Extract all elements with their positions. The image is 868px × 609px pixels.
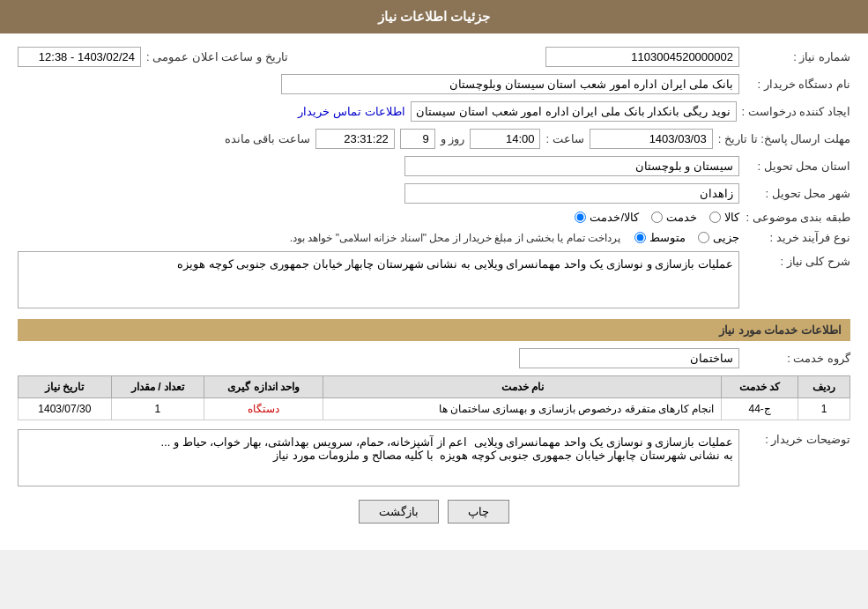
page-header: جزئیات اطلاعات نیاز — [0, 0, 868, 33]
input-mohlat-date[interactable] — [590, 129, 713, 149]
radio-khedmat: خدمت — [651, 211, 697, 224]
td-name: انجام کارهای متفرقه درخصوص بازسازی و بهس… — [323, 398, 722, 420]
label-goroh: گروه خدمت : — [745, 352, 850, 365]
radio-kala-khedmat-input[interactable] — [575, 212, 586, 223]
radio-kala-input[interactable] — [709, 212, 721, 223]
row-nam-dastgah: نام دستگاه خریدار : — [18, 74, 850, 94]
label-tozihat: توضیحات خریدار : — [745, 429, 850, 446]
header-title: جزئیات اطلاعات نیاز — [378, 9, 490, 24]
label-tabaqe: طبقه بندی موضوعی : — [745, 211, 850, 224]
row-ostan: استان محل تحویل : — [18, 156, 850, 176]
radio-motavasset-input[interactable] — [634, 232, 646, 243]
th-name: نام خدمت — [323, 376, 722, 398]
farayand-notice: پرداخت تمام یا بخشی از مبلغ خریدار از مح… — [290, 232, 620, 244]
td-kod: ج-44 — [722, 398, 798, 420]
row-goroh: گروه خدمت : — [18, 348, 850, 368]
th-radif: ردیف — [798, 376, 850, 398]
print-button[interactable]: چاپ — [448, 500, 509, 524]
radio-khedmat-label: خدمت — [666, 211, 697, 224]
page-wrapper: جزئیات اطلاعات نیاز شماره نیاز : تاریخ و… — [0, 0, 868, 550]
textarea-sharh[interactable] — [18, 251, 739, 308]
th-tedad: تعداد / مقدار — [111, 376, 204, 398]
td-tedad: 1 — [111, 398, 204, 420]
label-ostan: استان محل تحویل : — [745, 160, 850, 173]
row-farayand: نوع فرآیند خرید : جزیی متوسط پرداخت تمام… — [18, 231, 850, 244]
table-header-row: ردیف کد خدمت نام خدمت واحد اندازه گیری ت… — [19, 376, 850, 398]
label-shahr: شهر محل تحویل : — [745, 187, 850, 200]
radio-motavasset-label: متوسط — [649, 231, 686, 244]
input-ijad[interactable] — [411, 101, 737, 122]
row-mohlat: مهلت ارسال پاسخ: تا تاریخ : ساعت : روز و… — [18, 129, 850, 149]
radio-tabaqe: کالا خدمت کالا/خدمت — [575, 211, 739, 224]
input-tarikh-elam[interactable] — [18, 47, 141, 67]
radio-jozi-input[interactable] — [698, 232, 709, 243]
radio-motavasset: متوسط — [634, 231, 686, 244]
row-tabaqe: طبقه بندی موضوعی : کالا خدمت کالا/خدمت — [18, 211, 850, 224]
label-tarikh-elam: تاریخ و ساعت اعلان عمومی : — [146, 50, 288, 63]
row-shahr: شهر محل تحویل : — [18, 183, 850, 204]
contact-link[interactable]: اطلاعات تماس خریدار — [298, 105, 404, 118]
label-nam-dastgah: نام دستگاه خریدار : — [745, 78, 850, 91]
services-table: ردیف کد خدمت نام خدمت واحد اندازه گیری ت… — [18, 375, 850, 420]
label-sharh: شرح کلی نیاز : — [745, 251, 850, 268]
label-ijad: ایجاد کننده درخواست : — [742, 105, 850, 118]
radio-kala-khedmat: کالا/خدمت — [575, 211, 639, 224]
radio-jozi: جزیی — [698, 231, 739, 244]
table-row: 1 ج-44 انجام کارهای متفرقه درخصوص بازساز… — [19, 398, 850, 420]
radio-farayand: جزیی متوسط — [634, 231, 739, 244]
radio-khedmat-input[interactable] — [651, 212, 663, 223]
input-goroh[interactable] — [519, 348, 739, 368]
input-nam-dastgah[interactable] — [281, 74, 739, 94]
label-remaining: ساعت باقی مانده — [225, 132, 310, 145]
input-remaining[interactable] — [315, 129, 395, 149]
input-shahr[interactable] — [404, 183, 739, 204]
radio-kala-label: کالا — [724, 211, 739, 224]
section-khadamat: اطلاعات خدمات مورد نیاز — [18, 319, 850, 341]
textarea-tozihat[interactable] — [18, 429, 739, 486]
radio-kala-khedmat-label: کالا/خدمت — [590, 211, 639, 224]
radio-jozi-label: جزیی — [713, 231, 739, 244]
th-kod: کد خدمت — [722, 376, 798, 398]
th-vahed: واحد اندازه گیری — [204, 376, 323, 398]
input-days[interactable] — [400, 129, 435, 149]
main-content: شماره نیاز : تاریخ و ساعت اعلان عمومی : … — [0, 33, 868, 550]
label-shomara: شماره نیاز : — [745, 50, 850, 63]
input-mohlat-time[interactable] — [470, 129, 540, 149]
label-mohlat-time: ساعت : — [545, 132, 583, 145]
input-shomara[interactable] — [545, 47, 739, 67]
th-tarikh: تاریخ نیاز — [19, 376, 112, 398]
row-tozihat: توضیحات خریدار : — [18, 429, 850, 486]
row-shomara: شماره نیاز : تاریخ و ساعت اعلان عمومی : — [18, 47, 850, 67]
td-vahed: دستگاه — [204, 398, 323, 420]
buttons-row: چاپ بازگشت — [18, 500, 850, 524]
label-mohlat: مهلت ارسال پاسخ: تا تاریخ : — [718, 132, 850, 145]
td-tarikh: 1403/07/30 — [19, 398, 112, 420]
label-days: روز و — [441, 132, 465, 145]
row-ijad: ایجاد کننده درخواست : اطلاعات تماس خریدا… — [18, 101, 850, 122]
row-sharh: شرح کلی نیاز : — [18, 251, 850, 308]
input-ostan[interactable] — [404, 156, 739, 176]
td-radif: 1 — [798, 398, 850, 420]
label-farayand: نوع فرآیند خرید : — [745, 231, 850, 244]
back-button[interactable]: بازگشت — [359, 500, 439, 524]
radio-kala: کالا — [709, 211, 739, 224]
